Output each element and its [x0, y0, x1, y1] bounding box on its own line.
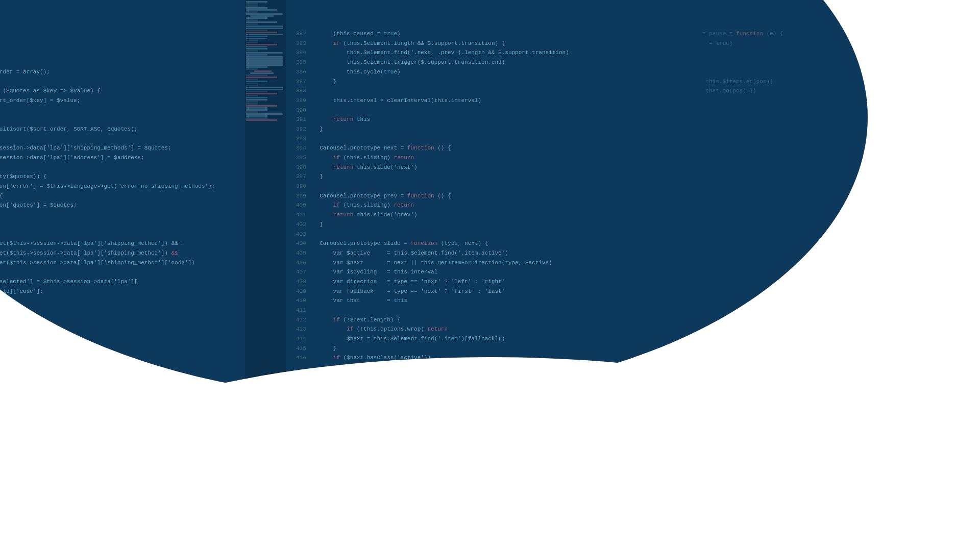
- minimap-line: [246, 54, 267, 56]
- minimap-line: [246, 30, 267, 31]
- minimap-line: [246, 21, 277, 23]
- minimap-line: [246, 56, 283, 58]
- minimap-line: [246, 42, 258, 43]
- minimap-line: [246, 113, 283, 115]
- minimap-line: [246, 66, 267, 68]
- minimap-line: [246, 28, 283, 29]
- minimap-line: [246, 64, 283, 66]
- minimap-line: [246, 48, 267, 49]
- minimap-line: [254, 70, 272, 72]
- minimap-line: [246, 38, 267, 39]
- minimap-line: [246, 11, 258, 13]
- code-overlay: 745 ); 746 } 747 } 748 749 $sort_order =…: [0, 0, 868, 398]
- minimap-line: [246, 17, 267, 19]
- minimap-line: [246, 9, 277, 11]
- minimap-panel: [245, 0, 286, 398]
- minimap-line: [246, 44, 277, 45]
- minimap-line: [246, 77, 277, 78]
- minimap-line: [246, 83, 258, 84]
- minimap-line: [246, 34, 283, 35]
- minimap-line: [246, 40, 258, 41]
- minimap-line: [246, 74, 267, 76]
- minimap-line: [246, 103, 258, 105]
- minimap-line: [246, 93, 277, 94]
- right-code-panel: 382 (this.paused = true) 383 if (this.$e…: [286, 0, 658, 398]
- minimap-line: [246, 7, 267, 9]
- minimap-line: [246, 79, 258, 80]
- minimap-line: [246, 5, 258, 7]
- minimap-line: [246, 36, 267, 37]
- minimap-line: [246, 52, 283, 54]
- minimap-line: [246, 91, 267, 92]
- minimap-line: [246, 3, 258, 5]
- minimap-line: [246, 13, 283, 15]
- minimap-line: [246, 105, 277, 107]
- minimap-line: [246, 95, 258, 96]
- minimap-line: [246, 32, 277, 33]
- minimap-line: [246, 85, 258, 86]
- minimap-line: [250, 15, 274, 17]
- minimap-line: [246, 58, 283, 60]
- minimap-line: [246, 111, 258, 113]
- minimap-line: [246, 60, 283, 62]
- minimap-line: [246, 89, 283, 90]
- code-columns: 745 ); 746 } 747 } 748 749 $sort_order =…: [0, 0, 837, 398]
- minimap-line: [246, 1, 267, 3]
- minimap-line: [250, 72, 274, 74]
- left-code-panel: 745 ); 746 } 747 } 748 749 $sort_order =…: [0, 0, 245, 398]
- minimap-line: [246, 26, 283, 27]
- minimap-line: [246, 87, 283, 88]
- bg-ellipse: 745 ); 746 } 747 } 748 749 $sort_order =…: [0, 0, 868, 398]
- minimap-line: [246, 107, 267, 109]
- minimap-line: [246, 101, 258, 103]
- minimap-line: [246, 23, 258, 25]
- minimap-line: [246, 99, 267, 101]
- minimap-line: [246, 62, 283, 64]
- minimap-line: [246, 50, 258, 52]
- minimap-line: [246, 46, 267, 47]
- minimap-line: [246, 81, 267, 82]
- minimap-line: [246, 119, 277, 121]
- minimap-line: [246, 115, 267, 117]
- minimap-line: [246, 19, 258, 21]
- minimap-line: [246, 97, 267, 98]
- far-right-code-panel: = pause = function (e) { = true) this.$i…: [658, 0, 837, 398]
- page-container: 745 ); 746 } 747 } 748 749 $sort_order =…: [0, 0, 980, 551]
- minimap-line: [246, 68, 258, 70]
- minimap-line: [246, 117, 267, 119]
- minimap-line: [246, 109, 267, 111]
